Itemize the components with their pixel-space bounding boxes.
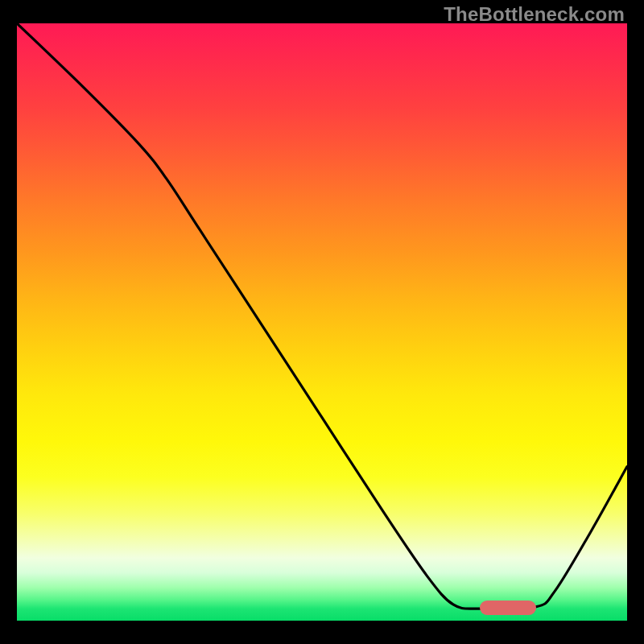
watermark-text: TheBottleneck.com: [444, 3, 625, 26]
plot-area: [17, 23, 627, 621]
optimal-range-marker: [480, 601, 536, 615]
bottleneck-curve: [17, 23, 627, 621]
chart-frame: [17, 23, 627, 621]
